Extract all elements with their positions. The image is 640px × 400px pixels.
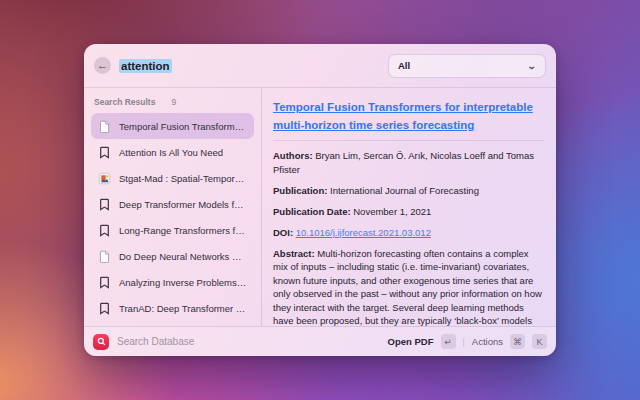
header-bar: ← attention All ⌄ — [84, 44, 556, 88]
authors-field: Authors: Bryan Lim, Sercan Ö. Arık, Nico… — [273, 149, 544, 176]
paper-title-link[interactable]: Temporal Fusion Transformers for interpr… — [273, 101, 533, 131]
publication-date-field: Publication Date: November 1, 2021 — [273, 205, 544, 219]
title-divider — [273, 140, 544, 141]
list-item-long-range-transformers[interactable]: Long-Range Transformers for D... — [91, 217, 254, 243]
paper-detail-pane: Temporal Fusion Transformers for interpr… — [262, 88, 556, 326]
list-item-label: Deep Transformer Models for Ti... — [119, 199, 247, 210]
window-body: Search Results 9 Temporal Fusion Transfo… — [84, 88, 556, 326]
doi-label: DOI: — [273, 227, 293, 238]
list-item-attention-is-all-you-need[interactable]: Attention Is All You Need — [91, 139, 254, 165]
bookmark-icon — [98, 198, 111, 211]
publication-label: Publication: — [273, 185, 327, 196]
search-query-input[interactable]: attention — [119, 59, 172, 73]
authors-value: Bryan Lim, Sercan Ö. Arık, Nicolas Loeff… — [273, 150, 534, 175]
list-item-deep-transformer-models[interactable]: Deep Transformer Models for Ti... — [91, 191, 254, 217]
list-item-analyzing-inverse-problems[interactable]: Analyzing Inverse Problems with... — [91, 269, 254, 295]
bookmark-icon — [98, 146, 111, 159]
results-section-header: Search Results 9 — [91, 95, 254, 113]
back-arrow-icon: ← — [97, 60, 108, 71]
list-item-label: Temporal Fusion Transformers f... — [119, 121, 247, 132]
footer-action-bar: Search Database Open PDF ↵ | Actions ⌘ K — [84, 326, 556, 356]
filter-dropdown[interactable]: All ⌄ — [388, 54, 546, 78]
open-pdf-button[interactable]: Open PDF — [388, 336, 434, 347]
list-item-temporal-fusion[interactable]: Temporal Fusion Transformers f... — [91, 113, 254, 139]
doi-link[interactable]: 10.1016/j.ijforecast.2021.03.012 — [296, 227, 431, 238]
list-item-label: Stgat-Mad : Spatial-Temporal Gr... — [119, 173, 247, 184]
publication-value: International Journal of Forecasting — [330, 185, 479, 196]
filter-dropdown-value: All — [398, 60, 410, 71]
return-key-icon: ↵ — [441, 334, 456, 349]
footer-actions: Open PDF ↵ | Actions ⌘ K — [388, 334, 547, 349]
results-section-title: Search Results — [94, 97, 155, 107]
list-item-label: Attention Is All You Need — [119, 147, 223, 158]
k-key-icon: K — [532, 334, 547, 349]
publication-date-value: November 1, 2021 — [353, 206, 431, 217]
search-app-window: ← attention All ⌄ Search Results 9 Tempo… — [84, 44, 556, 356]
results-count-badge: 9 — [171, 97, 176, 107]
search-results-sidebar: Search Results 9 Temporal Fusion Transfo… — [84, 88, 262, 326]
paper-title-wrap: Temporal Fusion Transformers for interpr… — [273, 97, 544, 133]
back-button[interactable]: ← — [94, 57, 111, 74]
list-item-label: Do Deep Neural Networks Contr... — [119, 251, 247, 262]
list-item-informer[interactable]: Informer: Beyond Efficient Trans — [91, 321, 254, 326]
document-icon — [98, 120, 111, 133]
list-item-stgat-mad[interactable]: Stgat-Mad : Spatial-Temporal Gr... — [91, 165, 254, 191]
chevron-down-icon: ⌄ — [527, 61, 537, 71]
publication-field: Publication: International Journal of Fo… — [273, 184, 544, 198]
extension-search-icon — [93, 334, 109, 350]
bookmark-icon — [98, 302, 111, 315]
document-icon — [98, 250, 111, 263]
footer-search-input[interactable]: Search Database — [117, 336, 380, 347]
publication-date-label: Publication Date: — [273, 206, 351, 217]
list-item-do-deep-neural-networks[interactable]: Do Deep Neural Networks Contr... — [91, 243, 254, 269]
bookmark-icon — [98, 276, 111, 289]
list-item-tranad[interactable]: TranAD: Deep Transformer Net... — [91, 295, 254, 321]
footer-divider: | — [463, 337, 465, 347]
command-key-icon: ⌘ — [510, 334, 525, 349]
list-item-label: Long-Range Transformers for D... — [119, 225, 247, 236]
list-item-label: Analyzing Inverse Problems with... — [119, 277, 247, 288]
actions-button[interactable]: Actions — [472, 336, 503, 347]
doi-field: DOI: 10.1016/j.ijforecast.2021.03.012 — [273, 226, 544, 240]
abstract-label: Abstract: — [273, 248, 315, 259]
list-item-label: TranAD: Deep Transformer Net... — [119, 303, 247, 314]
authors-label: Authors: — [273, 150, 313, 161]
bookmark-icon — [98, 224, 111, 237]
abstract-field: Abstract: Multi-horizon forecasting ofte… — [273, 247, 544, 327]
image-thumbnail-icon — [98, 172, 111, 185]
abstract-value: Multi-horizon forecasting often contains… — [273, 248, 542, 327]
